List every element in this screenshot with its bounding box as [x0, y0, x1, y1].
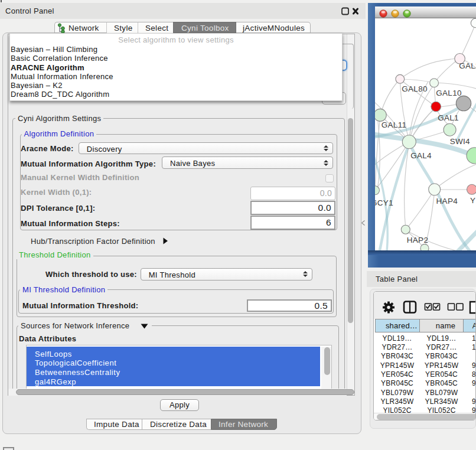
svg-text:GAL80: GAL80 [402, 84, 428, 93]
svg-text:GAL10: GAL10 [436, 89, 462, 97]
svg-text:HAP4: HAP4 [436, 197, 458, 206]
svg-text:GAL11: GAL11 [382, 120, 407, 129]
svg-text:SWI4: SWI4 [450, 137, 470, 146]
svg-text:Y: Y [470, 196, 475, 205]
svg-text:GCY1: GCY1 [375, 198, 393, 207]
svg-text:GAL4: GAL4 [410, 151, 432, 160]
svg-text:GAL1: GAL1 [438, 113, 459, 122]
svg-text:HAP2: HAP2 [407, 236, 428, 244]
svg-text:GAL2: GAL2 [459, 61, 476, 70]
